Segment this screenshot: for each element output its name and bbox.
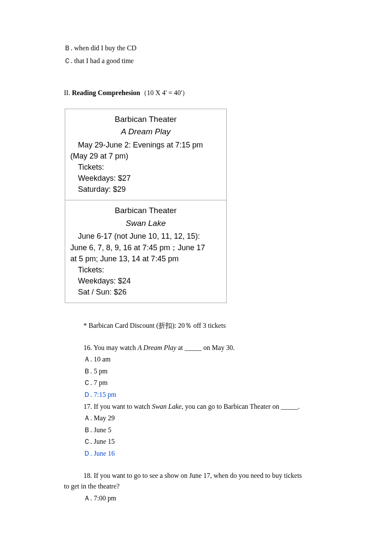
prev-option-b: Ｂ. when did I buy the CD <box>64 43 332 54</box>
q17-stem-pre: 17. If you want to watch <box>84 403 152 410</box>
box1-price-weekday: Weekdays: $27 <box>70 173 221 184</box>
box2-dates: June 6-17 (not June 10, 11, 12, 15): <box>70 231 221 242</box>
box2-tickets-label: Tickets: <box>70 264 221 275</box>
q16-stem: 16. You may watch A Dream Play at _____ … <box>84 342 332 353</box>
box2-times-2: at 5 pm; June 13, 14 at 7:45 pm <box>70 253 221 264</box>
q16-stem-italic: A Dream Play <box>138 344 176 351</box>
section-2-heading: II. Reading Comprehesion（10 X 4' = 40'） <box>64 87 332 98</box>
section-points: （10 X 4' = 40'） <box>140 89 189 96</box>
q17-option-a: Ａ. May 29 <box>84 413 332 424</box>
theater-name-2: Barbican Theater <box>70 205 221 217</box>
box2-price-weekend: Sat / Sun: $26 <box>70 286 221 298</box>
play-name-2: Swan Lake <box>70 217 221 229</box>
q17-stem-italic: Swan Lake <box>152 403 182 410</box>
q17-option-c: Ｃ. June 15 <box>84 436 332 447</box>
q18-option-a: Ａ. 7:00 pm <box>84 493 332 504</box>
box1-price-saturday: Saturday: $29 <box>70 184 221 195</box>
q16-option-d-answer: Ｄ. 7:15 pm <box>84 389 332 400</box>
discount-note-block: * Barbican Card Discount (折扣): 20％ off 3… <box>84 320 332 331</box>
q17-option-d-answer: Ｄ. June 16 <box>84 448 332 459</box>
info-box-2: Barbican Theater Swan Lake June 6-17 (no… <box>65 200 227 303</box>
q16-option-c: Ｃ. 7 pm <box>84 377 332 388</box>
discount-note: * Barbican Card Discount (折扣): 20％ off 3… <box>84 320 332 331</box>
q16-stem-pre: 16. You may watch <box>84 344 138 351</box>
question-18: 18. If you want to go to see a show on J… <box>64 470 332 504</box>
q16-stem-post: at _____ on May 30. <box>176 344 235 351</box>
box1-tickets-label: Tickets: <box>70 162 221 173</box>
box2-price-weekday: Weekdays: $24 <box>70 275 221 286</box>
question-17: 17. If you want to watch Swan Lake, you … <box>84 401 332 459</box>
q17-stem-post: , you can go to Barbican Theater on ____… <box>182 403 300 410</box>
theater-name-1: Barbican Theater <box>70 113 221 125</box>
section-title: Reading Comprehesion <box>72 89 140 96</box>
info-box-2-cell: Barbican Theater Swan Lake June 6-17 (no… <box>65 200 227 303</box>
q16-option-a: Ａ. 10 am <box>84 354 332 365</box>
box1-note: (May 29 at 7 pm) <box>70 150 221 162</box>
q18-stem-line1: 18. If you want to go to see a show on J… <box>84 470 332 481</box>
theater-info-boxes: Barbican Theater A Dream Play May 29-Jun… <box>65 109 332 303</box>
box2-times-1: June 6, 7, 8, 9, 16 at 7:45 pm；June 17 <box>70 242 221 253</box>
q18-stem-line2: to get in the theatre? <box>64 481 332 492</box>
question-16: 16. You may watch A Dream Play at _____ … <box>84 342 332 400</box>
q17-stem: 17. If you want to watch Swan Lake, you … <box>84 401 332 412</box>
q16-option-b: Ｂ. 5 pm <box>84 366 332 377</box>
prev-option-c: Ｃ. that I had a good time <box>64 55 332 66</box>
box1-dates: May 29-June 2: Evenings at 7:15 pm <box>70 139 221 150</box>
document-page: Ｂ. when did I buy the CD Ｃ. that I had a… <box>0 0 392 530</box>
q17-option-b: Ｂ. June 5 <box>84 425 332 436</box>
section-number: II. <box>64 89 70 96</box>
info-box-1: Barbican Theater A Dream Play May 29-Jun… <box>65 109 227 201</box>
play-name-1: A Dream Play <box>70 126 221 138</box>
info-box-1-cell: Barbican Theater A Dream Play May 29-Jun… <box>65 109 227 200</box>
